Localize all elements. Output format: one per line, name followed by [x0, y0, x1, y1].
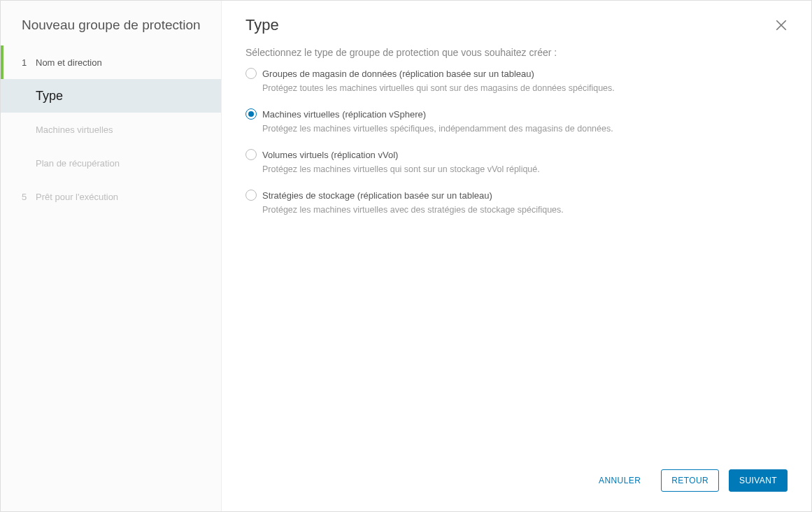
step-type[interactable]: Type — [1, 79, 221, 113]
option-label: Stratégies de stockage (réplication basé… — [262, 190, 492, 201]
close-icon — [775, 19, 788, 31]
page-title: Type — [245, 16, 279, 34]
step-number: 1 — [22, 57, 33, 68]
option-virtual-machines: Machines virtuelles (réplication vSphere… — [245, 108, 788, 134]
option-virtual-volumes: Volumes virtuels (réplication vVol) Prot… — [245, 149, 788, 174]
step-virtual-machines: Machines virtuelles — [1, 113, 221, 146]
option-description: Protégez les machines virtuelles avec de… — [262, 205, 788, 215]
wizard-footer: ANNULER RETOUR SUIVANT — [222, 457, 811, 511]
step-label: Nom et direction — [36, 57, 102, 68]
radio-icon[interactable] — [245, 190, 257, 201]
step-number: 5 — [22, 192, 33, 202]
step-label: Machines virtuelles — [36, 125, 113, 135]
next-button[interactable]: SUIVANT — [729, 469, 788, 492]
cancel-button[interactable]: ANNULER — [588, 469, 651, 492]
option-storage-policies: Stratégies de stockage (réplication basé… — [245, 190, 788, 215]
radio-icon[interactable] — [245, 108, 257, 120]
option-row[interactable]: Stratégies de stockage (réplication basé… — [245, 190, 788, 201]
main-header: Type — [222, 1, 811, 47]
option-row[interactable]: Machines virtuelles (réplication vSphere… — [245, 108, 788, 120]
main-body: Sélectionnez le type de groupe de protec… — [222, 47, 811, 457]
wizard-title: Nouveau groupe de protection — [1, 1, 221, 45]
option-description: Protégez les machines virtuelles spécifi… — [262, 124, 788, 134]
option-row[interactable]: Groupes de magasin de données (réplicati… — [245, 68, 788, 79]
step-ready: 5 Prêt pour l'exécution — [1, 180, 221, 213]
step-label: Prêt pour l'exécution — [36, 192, 118, 202]
option-label: Machines virtuelles (réplication vSphere… — [262, 109, 426, 120]
step-recovery-plan: Plan de récupération — [1, 146, 221, 180]
step-name-direction[interactable]: 1 Nom et direction — [1, 45, 221, 79]
radio-icon[interactable] — [245, 149, 257, 160]
wizard-main: Type Sélectionnez le type de groupe de p… — [222, 1, 811, 511]
close-button[interactable] — [775, 19, 788, 31]
wizard-dialog: Nouveau groupe de protection 1 Nom et di… — [0, 0, 812, 512]
option-datastore-groups: Groupes de magasin de données (réplicati… — [245, 68, 788, 93]
option-description: Protégez les machines virtuelles qui son… — [262, 164, 788, 174]
radio-icon[interactable] — [245, 68, 257, 79]
option-description: Protégez toutes les machines virtuelles … — [262, 83, 788, 93]
wizard-steps: 1 Nom et direction Type Machines virtuel… — [1, 45, 221, 213]
option-row[interactable]: Volumes virtuels (réplication vVol) — [245, 149, 788, 160]
wizard-sidebar: Nouveau groupe de protection 1 Nom et di… — [1, 1, 222, 511]
option-label: Groupes de magasin de données (réplicati… — [262, 69, 534, 79]
step-label: Type — [36, 89, 63, 104]
back-button[interactable]: RETOUR — [661, 469, 719, 492]
step-label: Plan de récupération — [36, 158, 120, 169]
option-label: Volumes virtuels (réplication vVol) — [262, 150, 398, 160]
page-instruction: Sélectionnez le type de groupe de protec… — [245, 47, 788, 58]
